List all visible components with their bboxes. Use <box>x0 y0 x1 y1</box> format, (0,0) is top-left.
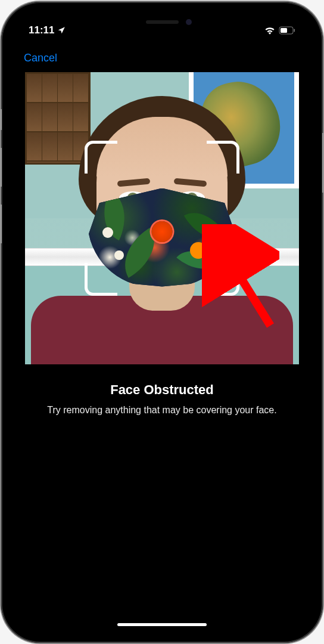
person-shirt <box>31 296 293 364</box>
home-indicator[interactable] <box>117 623 207 626</box>
message-title: Face Obstructed <box>36 382 288 398</box>
location-icon <box>57 26 66 35</box>
nav-bar: Cancel <box>12 45 312 72</box>
volume-down-button[interactable] <box>0 205 2 243</box>
status-time: 11:11 <box>29 24 54 36</box>
speaker <box>146 20 179 24</box>
battery-icon <box>279 26 295 35</box>
face-mask <box>88 188 236 287</box>
left-side-buttons <box>0 109 2 261</box>
mute-switch[interactable] <box>0 109 2 130</box>
status-left: 11:11 <box>29 24 66 36</box>
iphone-device-frame: 11:11 <box>1 2 323 643</box>
cancel-button[interactable]: Cancel <box>24 52 57 64</box>
message-subtitle: Try removing anything that may be coveri… <box>36 404 288 417</box>
message-area: Face Obstructed Try removing anything th… <box>12 382 312 417</box>
camera-preview <box>25 72 299 364</box>
front-camera <box>186 19 192 25</box>
wifi-icon <box>264 26 275 35</box>
notch <box>94 13 230 32</box>
screen: 11:11 <box>12 13 312 632</box>
status-right <box>264 26 295 35</box>
svg-rect-2 <box>294 29 295 32</box>
svg-rect-1 <box>281 28 287 33</box>
volume-up-button[interactable] <box>0 148 2 187</box>
person-in-preview <box>49 96 275 364</box>
